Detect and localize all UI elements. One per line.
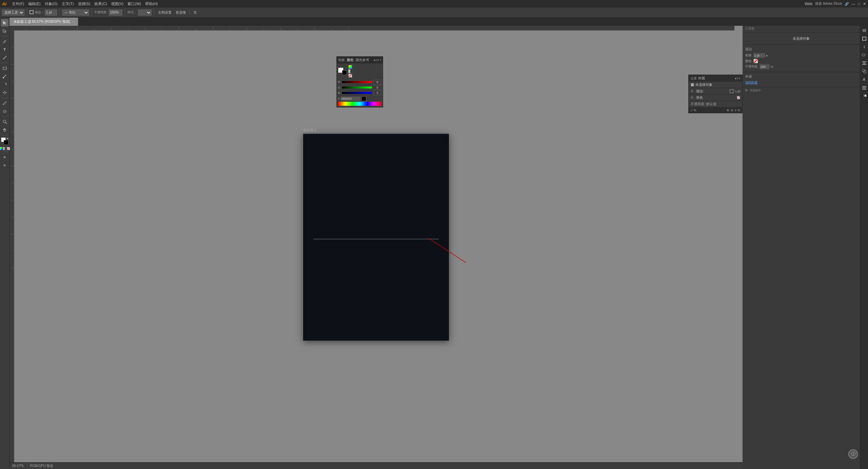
tool-line[interactable] [1,54,8,61]
tool-pencil[interactable] [1,99,8,107]
appearance-options-btn[interactable]: ⊕ [727,109,729,112]
color-r-input[interactable]: 8 [373,80,381,84]
info-circle-btn[interactable]: ⓘ [848,449,858,459]
appearance-fx2-btn[interactable]: fx [738,109,740,112]
appearance-eye-fill[interactable]: ◎ [691,96,695,100]
tool-type[interactable]: T [1,46,8,53]
strip-btn-type[interactable]: A [861,76,868,83]
toolbar-sep-6 [190,9,190,16]
panel-stroke-up[interactable]: ▲ [766,54,768,57]
gradient-mode-btn[interactable] [3,147,6,150]
menu-close[interactable]: ✕ [863,2,866,6]
toolbar-opacity-input[interactable] [109,9,122,16]
appearance-eye-stroke[interactable]: ◎ [691,89,695,93]
tool-more[interactable]: ⊞ [1,161,8,169]
color-g-input[interactable]: 0 [373,85,381,90]
color-r-slider[interactable] [342,81,372,83]
tool-rotate[interactable] [1,81,8,88]
menu-select[interactable]: 选择(S) [78,1,91,6]
color-panel-menu[interactable]: ≡ [377,58,379,62]
color-b-input[interactable]: 3 [373,91,381,95]
menu-restore[interactable]: □ [858,2,860,6]
diagonal-line-svg [303,134,449,340]
menu-minimize[interactable]: — [851,2,855,6]
appearance-expand-btn[interactable]: 位置 [691,76,697,81]
toolbar-stroke-select[interactable]: — 等比 [62,9,89,16]
appearance-list-btn[interactable]: ≡ [735,109,736,112]
panel-opacity-input[interactable] [760,64,770,69]
strip-btn-3[interactable] [861,35,868,42]
toolbar-style-select[interactable] [138,9,152,16]
menu-edit[interactable]: 编辑(E) [28,1,41,6]
panel-stroke-color-swatch[interactable] [753,59,758,63]
tool-brush[interactable] [1,73,8,80]
tool-hand[interactable] [1,126,8,134]
layers-icon [862,85,867,90]
svg-rect-61 [862,64,866,65]
toolbar-selection-type[interactable]: 选择工具 [2,9,24,16]
tool-zoom[interactable] [1,118,8,125]
strip-btn-gradient[interactable] [861,92,868,99]
tool-rectangle[interactable] [1,64,8,72]
color-spectrum-bar[interactable] [338,102,381,106]
tool-reflect[interactable] [1,89,8,96]
toolbar-doc-setup[interactable]: 文档设置 [157,9,173,16]
color-option-spectrum[interactable] [348,65,352,69]
tool-eraser[interactable] [1,108,8,115]
tab-close-btn[interactable]: × [72,20,74,23]
artboard: 未标题-1 [303,134,449,340]
color-mode-btn[interactable] [0,147,3,150]
swap-icon[interactable]: ⇄ [6,137,8,140]
stroke-swatch[interactable] [4,140,8,145]
color-hex-input[interactable]: 080003 [340,96,361,101]
panel-stroke-weight-input[interactable] [753,53,765,58]
color-b-slider[interactable] [342,92,372,94]
tool-artboard[interactable]: ⊞ [1,153,8,161]
appearance-stroke-swatch[interactable] [730,89,734,93]
tool-selection[interactable] [1,19,8,26]
menu-text[interactable]: 文字(T) [62,1,74,6]
svg-rect-67 [862,95,866,97]
appearance-add-btn[interactable]: □ [691,109,692,112]
strip-btn-align[interactable] [861,60,868,66]
strip-btn-layers[interactable] [861,84,868,91]
tab-color-swatch[interactable]: 色板 [338,58,345,62]
panel-stroke-row-1: 粗细: ▲ [745,53,857,58]
toolbar-stroke-input[interactable] [45,9,57,16]
strip-btn-transform[interactable] [861,52,868,58]
strip-btn-2[interactable] [861,27,868,34]
tool-pen[interactable] [1,38,8,45]
appearance-expand-icon[interactable]: ▸| [735,77,737,80]
toolbar-prefs[interactable]: 首选项 [174,9,187,16]
toolbar-extra-1[interactable]: ☰ [192,10,198,15]
strip-btn-info[interactable]: ℹ [861,43,868,50]
color-option-gradient[interactable] [348,69,352,73]
tool-sep-6 [1,152,8,152]
color-g-slider[interactable] [342,86,372,89]
no-fill-btn[interactable] [7,147,10,150]
menu-help[interactable]: 帮助(H) [145,1,158,6]
toolbar-sep-5 [154,9,154,16]
appearance-menu-icon[interactable]: ≡ [738,77,740,80]
menu-object[interactable]: 对象(O) [45,1,58,6]
strip-btn-pathfinder[interactable] [861,68,868,75]
appearance-fill-swatch[interactable] [737,96,740,99]
appearance-delete-btn[interactable]: ⊖ [731,109,733,112]
menu-file[interactable]: 文件(F) [12,1,24,6]
stroke-color-box[interactable] [342,70,347,75]
color-panel-close[interactable]: × [380,58,381,62]
panel-appearance-link[interactable]: 转到外观 [745,80,857,85]
menu-effect[interactable]: 效果(C) [94,1,107,6]
tab-color[interactable]: 颜色 [347,58,354,62]
document-tab[interactable]: 未标题-1 @ 66.67% (RGB/GPU 预览) × [9,18,78,26]
tab-color-ref[interactable]: 颜色参考 [356,58,369,62]
menu-view[interactable]: 视图(V) [111,1,124,6]
tool-direct-selection[interactable] [1,27,8,35]
menu-window[interactable]: 窗口(W) [127,1,141,6]
stroke-fill-swatch[interactable]: ⇄ [1,137,8,145]
tool-sep-1 [1,36,8,36]
color-option-none[interactable] [348,74,352,78]
menu-share[interactable]: 🔗 [845,2,849,6]
color-panel-expand[interactable]: ▸| [374,58,376,62]
menu-search-stock[interactable]: 搜索 Adobe Stock [815,1,842,6]
